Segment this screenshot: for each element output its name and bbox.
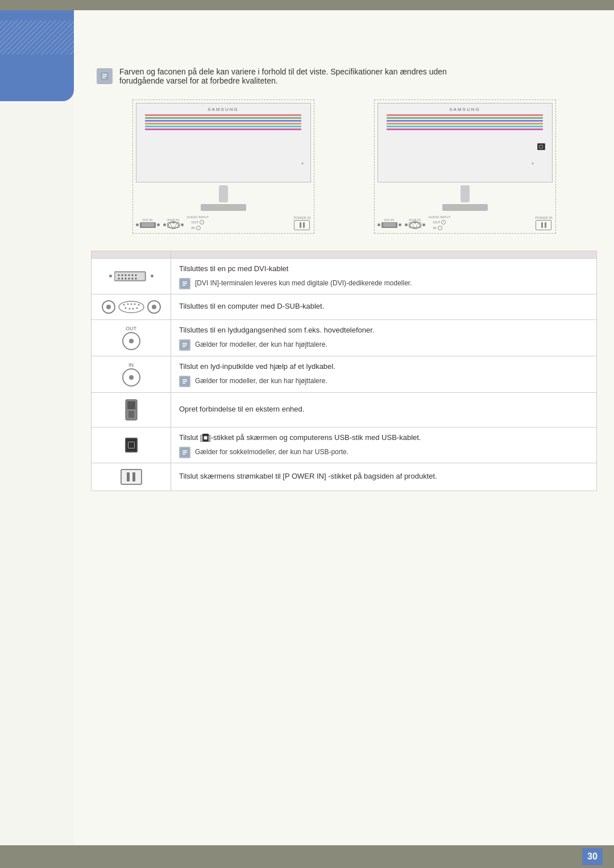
svg-point-40	[127, 303, 128, 305]
dvi-note-icon	[179, 278, 190, 289]
usb-b-icon-cell	[92, 392, 171, 427]
monitor-left: SAMSUNG ▲ DVI IN	[132, 99, 314, 234]
page-number: 30	[582, 848, 603, 865]
power-desc-main: Tilslut skærmens strømkabel til [P OWER …	[179, 471, 588, 483]
monitor-left-screen: SAMSUNG ▲	[136, 103, 311, 182]
power-port-group: POWER IN	[293, 216, 310, 230]
monitor-right-neck	[460, 185, 470, 202]
monitor-right-screen-lines	[387, 114, 543, 143]
rgb-desc-cell: Tilsluttes til en computer med D-SUB-kab…	[171, 294, 597, 319]
svg-point-23	[121, 274, 123, 276]
svg-point-25	[128, 274, 130, 276]
svg-rect-57	[127, 401, 135, 409]
rgb-port-group: RGB IN	[163, 218, 184, 228]
svg-point-24	[125, 274, 126, 276]
svg-point-28	[118, 277, 119, 279]
usb-b-desc-cell: Opret forbindelse til en ekstern enhed.	[171, 392, 597, 427]
power-icon-cell	[92, 463, 171, 491]
power-connector-icon	[98, 469, 164, 485]
audio-out-port	[200, 220, 204, 225]
audio-port-group: AUDIO INPUT OUT IN	[187, 215, 209, 230]
usb-b-connector-icon	[98, 398, 164, 421]
svg-point-15	[412, 223, 413, 225]
dvi-note: [DVI IN]-terminalen leveres kun med digi…	[179, 278, 588, 289]
audio-in-port-r	[438, 226, 442, 230]
svg-point-46	[132, 308, 134, 309]
audio-out-note-icon	[179, 339, 190, 351]
audio-in-note-icon	[179, 376, 190, 387]
audio-out-desc-main: Tilsluttes til en lydudgangsenhed som f.…	[179, 325, 588, 337]
svg-point-17	[417, 223, 418, 225]
pencil-icon	[99, 71, 110, 81]
monitor-left-brand: SAMSUNG	[208, 107, 238, 112]
audio-out-note-text: Gælder for modeller, der kun har hjøjtta…	[195, 339, 327, 350]
svg-point-14	[410, 222, 420, 229]
svg-point-11	[175, 226, 176, 227]
audio-out-desc-cell: Tilsluttes til en lydudgangsenhed som f.…	[171, 319, 597, 356]
power-desc-cell: Tilslut skærmens strømkabel til [P OWER …	[171, 463, 597, 491]
left-accent-decoration	[0, 10, 74, 101]
audio-out-icon-cell: OUT	[92, 319, 171, 356]
rgb-port-r	[409, 222, 421, 228]
table-row: IN Tilslut en lyd-inputkilde ved hjælp a…	[92, 356, 597, 392]
table-row: Opret forbindelse til en ekstern enhed.	[92, 392, 597, 427]
svg-rect-13	[383, 223, 396, 227]
rgb-port-group-r: RGB IN	[405, 218, 425, 228]
note-section: Farven og faconen på dele kan variere i …	[91, 67, 597, 85]
connector-table: Tilsluttes til en pc med DVI-kablet [DVI…	[91, 251, 597, 491]
audio-in-note-text: Gælder for modeller, der kun har hjøjtta…	[195, 376, 327, 387]
note-text: Farven og faconen på dele kan variere i …	[119, 67, 447, 85]
usb-square-desc-cell: Tilslut [■]-stikket på skærmen og comput…	[171, 427, 597, 463]
rgb-port	[167, 222, 180, 228]
monitor-left-ports: DVI IN R	[136, 215, 311, 230]
svg-point-10	[171, 226, 172, 227]
monitor-right: SAMSUNG ▲	[374, 99, 556, 234]
dvi-port-r	[381, 222, 397, 228]
svg-point-6	[168, 222, 179, 229]
dvi-desc-cell: Tilsluttes til en pc med DVI-kablet [DVI…	[171, 259, 597, 294]
svg-point-9	[176, 223, 177, 225]
monitor-left-screen-lines	[145, 114, 301, 143]
audio-in-desc-cell: Tilslut en lyd-inputkilde ved hjælp af e…	[171, 356, 597, 392]
monitor-left-neck	[219, 185, 228, 202]
usb-square-note: Gælder for sokkelmodeller, der kun har U…	[179, 447, 588, 458]
note-line-1: Farven og faconen på dele kan variere i …	[119, 67, 447, 76]
svg-rect-21	[116, 273, 144, 280]
monitor-left-diagram: SAMSUNG ▲ DVI IN	[132, 99, 314, 234]
svg-point-39	[123, 304, 125, 305]
dvi-port	[140, 222, 156, 228]
usb-box-on-monitor	[537, 143, 545, 150]
svg-point-30	[125, 277, 126, 279]
usb-square-desc-main: Tilslut [■]-stikket på skærmen og comput…	[179, 432, 588, 444]
svg-point-31	[128, 277, 130, 279]
svg-point-7	[170, 223, 171, 225]
table-row: Tilslut skærmens strømkabel til [P OWER …	[92, 463, 597, 491]
dvi-port-group-r: DVI IN	[377, 218, 401, 228]
header-desc-col	[171, 251, 597, 259]
table-row: Tilsluttes til en computer med D-SUB-kab…	[92, 294, 597, 319]
svg-point-27	[135, 274, 136, 276]
svg-rect-58	[128, 411, 134, 418]
usb-square-icon-cell	[92, 427, 171, 463]
monitor-right-screen: SAMSUNG ▲	[377, 103, 553, 182]
svg-point-33	[135, 277, 136, 279]
table-row: OUT Tilsluttes til en lydudgangsenhed so…	[92, 319, 597, 356]
svg-point-44	[125, 307, 126, 309]
dvi-note-text: [DVI IN]-terminalen leveres kun med digi…	[195, 278, 412, 289]
note-icon	[97, 68, 113, 84]
usb-b-desc-main: Opret forbindelse til en ekstern enhed.	[179, 404, 588, 416]
svg-rect-5	[142, 223, 154, 227]
dvi-connector-icon	[98, 271, 164, 282]
monitor-left-base	[201, 204, 246, 211]
audio-out-connector-icon: OUT	[98, 326, 164, 350]
audio-in-note: Gælder for modeller, der kun har hjøjtta…	[179, 376, 588, 387]
monitor-right-ports: DVI IN R	[377, 215, 553, 230]
svg-point-8	[173, 223, 174, 224]
monitor-right-brand: SAMSUNG	[449, 107, 480, 112]
bottom-bar: 30	[0, 845, 614, 868]
svg-point-41	[130, 303, 132, 305]
main-content: Farven og faconen på dele kan variere i …	[74, 10, 614, 845]
audio-out-port-r	[441, 220, 446, 225]
diagonal-pattern	[0, 20, 74, 55]
usb-square-note-text: Gælder for sokkelmodeller, der kun har U…	[195, 447, 349, 458]
